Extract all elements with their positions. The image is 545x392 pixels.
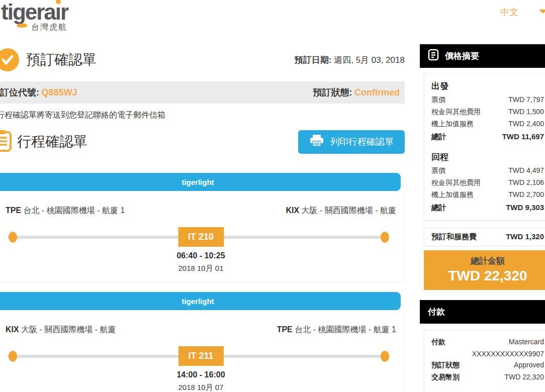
booking-date-label: 預訂日期: — [295, 55, 332, 65]
print-itinerary-button[interactable]: 列印行程確認單 — [298, 130, 405, 154]
page-title: 預訂確認單 — [26, 50, 97, 69]
main-content: 預訂確認單 預訂日期: 週四, 5月 03, 2018 訂位代號: Q885WJ… — [0, 48, 405, 392]
price-row-label: 稅金與其他費用 — [431, 178, 481, 187]
logo-subtext: 台灣虎航 — [31, 22, 67, 33]
flight-date: 2018 10月 07 — [6, 383, 396, 392]
origin-name: 台北 - 桃園國際機場 - 航廈 1 — [24, 206, 125, 215]
price-row: 稅金與其他費用 TWD 2,106 — [431, 177, 544, 189]
price-row-value: TWD 2,400 — [508, 120, 544, 129]
airports-row: TPE 台北 - 桃園國際機場 - 航廈 1 KIX 大阪 - 關西國際機場 -… — [6, 206, 396, 216]
transaction-currency-row: 交易幣別 TWD 22,320 — [431, 371, 544, 383]
price-row-label: 稅金與其他費用 — [431, 108, 481, 117]
timeline-dot-destination — [381, 351, 389, 362]
total-label: 總計 — [431, 132, 446, 142]
price-row: 機上加值服務 TWD 2,700 — [431, 189, 544, 201]
flight-card-body: TPE 台北 - 桃園國際機場 - 航廈 1 KIX 大阪 - 關西國際機場 -… — [0, 193, 405, 282]
pnr-value: Q885WJ — [41, 87, 77, 97]
flight-date: 2018 10月 01 — [6, 264, 396, 273]
payment-title: 付款 — [428, 306, 445, 318]
fare-brand-banner: tigerlight — [0, 292, 401, 310]
booking-confirmation-page: tigeraır 台灣虎航 中文 預訂確認單 預訂日期: 週四, 5月 03, … — [0, 0, 545, 392]
grand-total-label: 總計金額 — [428, 255, 545, 267]
timeline-dot-origin — [9, 232, 17, 243]
flight-times: 14:00 - 16:00 — [6, 370, 396, 379]
timeline-dot-origin — [9, 351, 17, 362]
pnr-label: 訂位代號: — [0, 87, 39, 97]
tigerair-logo[interactable]: tigeraır 台灣虎航 — [1, 1, 102, 32]
destination-airport: TPE 台北 - 桃園國際機場 - 航廈 1 — [277, 325, 396, 335]
total-value: TWD 11,697 — [502, 132, 544, 142]
payment-status-label: 預訂狀態 — [431, 361, 460, 370]
total-label: 總計 — [431, 203, 446, 213]
payment-card: 付款 Mastercard XXXXXXXXXXXX9907 預訂狀態 Appr… — [424, 330, 545, 392]
price-row-value: TWD 1,500 — [508, 108, 544, 117]
card-number-row: XXXXXXXXXXXX9907 — [431, 348, 544, 359]
total-value: TWD 9,303 — [506, 203, 544, 213]
logo-wordmark: tigeraır — [1, 0, 68, 24]
destination-code: TPE — [277, 325, 293, 334]
payment-method-row: 付款 Mastercard — [431, 336, 544, 348]
fare-brand-banner: tigerlight — [0, 173, 401, 191]
flight-times: 06:40 - 10:25 — [6, 251, 396, 260]
price-breakdown-card: 出發 票價 TWD 7,797 稅金與其他費用 TWD 1,500 機上加值服務… — [424, 73, 545, 221]
transaction-currency-label: 交易幣別 — [431, 373, 460, 382]
return-heading: 回程 — [431, 151, 544, 163]
price-summary-header: 價格摘要 — [420, 44, 545, 68]
chevron-down-icon[interactable] — [539, 10, 545, 14]
grand-total-box: 總計金額 TWD 22,320 — [424, 250, 545, 290]
return-total-row: 總計 TWD 9,303 — [431, 201, 544, 214]
logo-orange-dot-icon — [56, 0, 61, 4]
price-row-label: 機上加值服務 — [431, 190, 474, 200]
booking-date: 預訂日期: 週四, 5月 03, 2018 — [295, 54, 405, 66]
origin-code: TPE — [6, 206, 21, 215]
outbound-heading: 出發 — [431, 80, 544, 92]
flight-card-body: KIX 大阪 - 關西國際機場 - 航廈 TPE 台北 - 桃園國際機場 - 航… — [0, 313, 405, 392]
card-number-value: XXXXXXXXXXXX9907 — [472, 350, 544, 358]
price-row: 票價 TWD 7,797 — [431, 94, 544, 106]
price-row-label: 機上加值服務 — [431, 120, 474, 129]
timeline-dot-destination — [381, 232, 389, 243]
price-row: 稅金與其他費用 TWD 1,500 — [431, 106, 544, 118]
booking-status-value: Confirmed — [354, 87, 400, 97]
airports-row: KIX 大阪 - 關西國際機場 - 航廈 TPE 台北 - 桃園國際機場 - 航… — [6, 325, 396, 335]
flight-timeline: IT 211 — [6, 346, 396, 366]
pnr: 訂位代號: Q885WJ — [0, 86, 77, 99]
booking-status-label: 預訂狀態: — [313, 87, 352, 97]
flight-segment-return: tigerlight KIX 大阪 - 關西國際機場 - 航廈 TPE 台北 -… — [0, 292, 405, 392]
itinerary-header: 行程確認單 列印行程確認單 — [0, 130, 405, 154]
payment-header: 付款 — [420, 300, 545, 324]
origin-code: KIX — [6, 325, 19, 334]
print-itinerary-label: 列印行程確認單 — [330, 136, 394, 148]
payment-method-value: Mastercard — [509, 338, 544, 347]
outbound-total-row: 總計 TWD 11,697 — [431, 130, 544, 143]
transaction-currency-value: TWD 22,320 — [504, 373, 544, 382]
document-icon — [428, 49, 439, 63]
flight-segment-outbound: tigerlight TPE 台北 - 桃園國際機場 - 航廈 1 KIX 大阪… — [0, 173, 405, 282]
origin-name: 大阪 - 關西國際機場 - 航廈 — [21, 325, 116, 334]
grand-total-value: TWD 22,320 — [428, 268, 545, 284]
flight-number-badge: IT 210 — [178, 227, 224, 247]
price-row: 票價 TWD 4,497 — [431, 165, 544, 177]
pnr-status-bar: 訂位代號: Q885WJ 預訂狀態: Confirmed — [0, 81, 405, 104]
price-row-value: TWD 2,700 — [508, 190, 544, 200]
origin-airport: KIX 大阪 - 關西國際機場 - 航廈 — [6, 325, 116, 335]
printer-icon — [309, 134, 324, 150]
itinerary-title: 行程確認單 — [17, 132, 87, 151]
price-row-label: 票價 — [431, 95, 445, 105]
service-fee-label: 預訂和服務費 — [431, 232, 477, 242]
service-fee-value: TWD 1,320 — [506, 232, 544, 242]
price-row-value: TWD 2,106 — [508, 178, 544, 187]
price-summary-title: 價格摘要 — [445, 50, 479, 62]
destination-name: 台北 - 桃園國際機場 - 航廈 1 — [295, 325, 396, 334]
booking-status: 預訂狀態: Confirmed — [313, 86, 400, 99]
origin-airport: TPE 台北 - 桃園國際機場 - 航廈 1 — [6, 206, 125, 216]
destination-code: KIX — [286, 206, 299, 215]
price-summary-sidebar: 價格摘要 出發 票價 TWD 7,797 稅金與其他費用 TWD 1,500 機… — [420, 44, 545, 392]
clipboard-icon — [0, 129, 12, 154]
destination-name: 大阪 - 關西國際機場 - 航廈 — [302, 206, 396, 215]
price-row-value: TWD 7,797 — [508, 95, 544, 105]
flight-number-badge: IT 211 — [178, 346, 223, 366]
language-selector[interactable]: 中文 — [500, 6, 518, 18]
service-fee-row: 預訂和服務費 TWD 1,320 — [424, 228, 545, 246]
price-row: 機上加值服務 TWD 2,400 — [431, 118, 544, 130]
